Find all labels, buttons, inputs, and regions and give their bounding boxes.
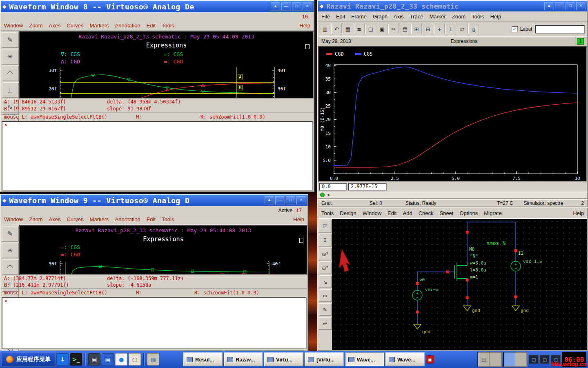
terminal-icon[interactable]: >_ [70,353,82,366]
download-icon[interactable]: ↓ [56,353,69,366]
menu-zoom[interactable]: Zoom [29,22,42,29]
pan-icon[interactable]: + [434,24,445,34]
axes-icon[interactable]: ⊥ [445,24,456,34]
menu-axis[interactable]: Axis [394,13,404,20]
menu-markers[interactable]: Markers [90,216,109,222]
paste-icon[interactable]: ▤ [400,24,410,34]
close-button[interactable]: × [576,2,586,10]
select-box-icon[interactable]: ▢ [365,24,376,34]
check-icon[interactable]: ☑ [318,220,332,233]
minimize-button[interactable]: — [555,2,564,10]
shade-button[interactable]: ▲ [265,196,274,204]
ww9-command-input[interactable]: > [2,297,307,350]
zoom-out-2-icon[interactable]: ⊖² [318,261,332,274]
shade-button[interactable]: ▲ [544,2,554,10]
axis-tool-icon[interactable]: ⊥ [2,82,19,98]
ww8-plot-area[interactable]: 0.003.006.009.0012.030f20f10f0.0-10f40f3… [19,31,314,99]
menu-options[interactable]: Options [459,210,478,216]
schematic-canvas[interactable]: v0 vdc=a M0 "N" w=6.0u l=3.0u m=1 I2 vdc… [332,219,587,350]
menu-marker[interactable]: Marker [429,13,445,20]
ww9-plot-area[interactable]: 0.003.006.009.0012.030f10f-10f40f20f0.0a… [19,225,307,275]
stretch-icon[interactable]: ↔ [318,289,332,302]
search-icon[interactable]: ○ [129,353,141,366]
pager-cell-active[interactable] [504,352,515,366]
list-icon[interactable]: ≡ [354,24,365,34]
tray-monitor-icon[interactable]: ▢ [540,355,550,364]
swap-icon[interactable]: ⇄ [457,24,468,34]
menu-edit[interactable]: Edit [336,13,345,20]
menu-annotation[interactable]: Annotation [115,216,140,222]
undo-icon[interactable]: ↶ [331,24,342,34]
pencil-tool-icon[interactable]: ✎ [2,32,19,48]
maximize-button[interactable]: □ [566,2,575,10]
label-input[interactable] [535,25,585,34]
curve-tool-icon[interactable]: ◠ [2,65,19,81]
menu-zoom[interactable]: Zoom [29,216,42,222]
menu-axes[interactable]: Axes [49,22,60,29]
marker-tool-icon[interactable]: ✳ [2,49,19,65]
screenshot-icon[interactable]: ▣ [88,353,100,366]
menu-edit[interactable]: Edit [147,22,156,29]
taskbar-window-button[interactable]: Wave... [345,352,384,366]
zoom-out-icon[interactable]: ⊟ [423,24,433,34]
menu-graph[interactable]: Graph [373,13,388,20]
grid-icon[interactable]: ▦ [343,24,353,34]
strip-mode-icon[interactable] [305,44,310,49]
menu-window[interactable]: Window [4,216,23,222]
pencil-tool-icon[interactable]: ✎ [2,226,19,242]
tray-display-icon[interactable]: ▢ [529,355,539,364]
copy-icon[interactable]: ▣ [377,24,388,34]
window-pager[interactable] [503,352,528,367]
zoom-in-icon[interactable]: ⊞ [411,24,422,34]
minimize-button[interactable]: — [275,196,285,204]
browser-icon[interactable]: ● [115,353,127,366]
print-icon[interactable]: ▥ [320,24,330,34]
taskbar-window-button[interactable]: Razav... [224,352,263,366]
taskbar-window-button[interactable]: Resul... [183,352,223,366]
menu-design[interactable]: Design [340,210,356,216]
ww9-titlebar[interactable]: ◆ Waveform Window 9 -- Virtuoso® Analog … [1,195,307,206]
wire-icon[interactable]: ✎ [318,303,332,316]
menu-tools[interactable]: Tools [321,210,334,216]
menu-add[interactable]: Add [403,210,412,216]
v0-source-symbol[interactable] [412,290,422,300]
menu-help[interactable]: Help [293,216,304,222]
descend-icon[interactable]: ↧ [318,233,332,247]
menu-migrate[interactable]: Migrate [484,210,501,216]
applications-menu-button[interactable]: 应用程序菜单 [2,352,55,367]
menu-file[interactable]: File [321,13,330,20]
window-menu-icon[interactable]: ◆ [2,4,6,9]
pager-cell[interactable] [515,352,527,366]
x-readout-field[interactable]: 0.0 [319,183,347,191]
menu-window[interactable]: Window [4,22,23,29]
menu-markers[interactable]: Markers [90,22,109,29]
graph-plot-area[interactable]: 0.02.55.07.5105.010152025303540a ()Y0 (E… [318,46,587,182]
i2-source-symbol[interactable] [511,261,521,271]
menu-curves[interactable]: Curves [67,216,83,222]
subwindow-icon[interactable]: ▯ [468,24,479,34]
menu-check[interactable]: Check [419,210,434,216]
menu-curves[interactable]: Curves [67,22,83,29]
menu-tools[interactable]: Tools [472,13,484,20]
workspace-cell-printer-icon[interactable]: ▤ [478,352,490,366]
window-menu-icon[interactable]: ◆ [2,197,6,203]
menu-edit[interactable]: Edit [388,210,396,216]
zoom-in-2-icon[interactable]: ⊕² [318,247,332,260]
ww8-command-input[interactable]: > [2,121,313,191]
menu-sheet[interactable]: Sheet [439,210,453,216]
drawer-icon[interactable]: ▥ [147,353,159,366]
menu-frame[interactable]: Frame [351,13,367,20]
workspace-cell[interactable] [490,352,501,366]
minimize-button[interactable]: — [281,2,291,11]
undo-icon[interactable]: ↩ [318,317,332,330]
menu-help[interactable]: Help [490,13,501,20]
menu-zoom[interactable]: Zoom [452,13,466,20]
workspace-pager[interactable]: ▤ [477,352,502,367]
menu-annotation[interactable]: Annotation [115,22,140,29]
curve-tool-icon[interactable]: ◠ [2,259,19,275]
notes-icon[interactable]: ▤ [102,353,114,366]
nmos-symbol[interactable] [454,262,467,282]
taskbar-window-button[interactable]: [Virtu... [305,352,344,366]
taskbar-window-button[interactable]: Wave... [385,352,425,366]
menu-tools[interactable]: Tools [162,216,174,222]
